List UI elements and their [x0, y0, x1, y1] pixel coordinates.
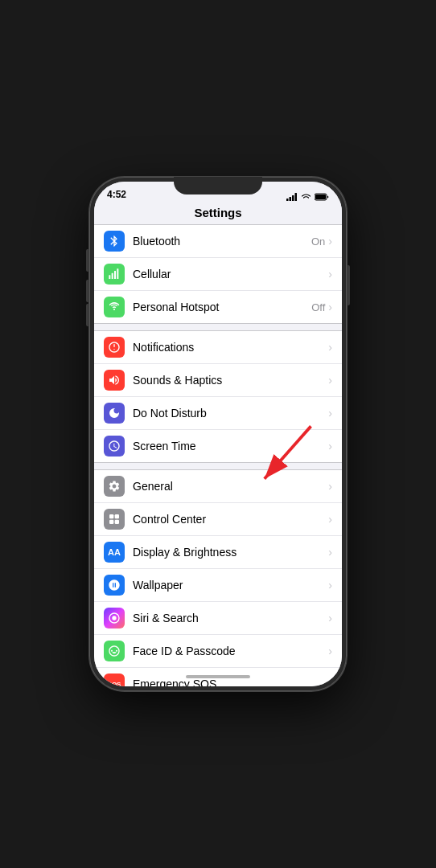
notifications-chevron: › [328, 341, 332, 354]
display-chevron: › [328, 546, 332, 559]
setting-row-screen-time[interactable]: Screen Time › [94, 430, 342, 462]
emergency-icon-wrap: SOS [104, 674, 125, 686]
svg-rect-1 [290, 197, 292, 201]
control-center-icon [108, 513, 121, 526]
section-connectivity: Bluetooth On › Cellular [94, 224, 342, 324]
display-label: Display & Brightness [133, 546, 328, 559]
setting-row-dnd[interactable]: Do Not Disturb › [94, 397, 342, 430]
sounds-label: Sounds & Haptics [133, 374, 328, 387]
sounds-chevron: › [328, 374, 332, 387]
wallpaper-label: Wallpaper [133, 579, 328, 592]
general-chevron: › [328, 480, 332, 493]
notifications-label: Notifications [133, 341, 328, 354]
svg-rect-9 [117, 268, 118, 279]
control-center-label: Control Center [133, 513, 328, 526]
screen-time-chevron: › [328, 440, 332, 452]
emergency-chevron: › [328, 678, 332, 686]
wallpaper-chevron: › [328, 579, 332, 592]
svg-rect-0 [286, 199, 289, 201]
svg-rect-15 [115, 520, 119, 524]
emergency-label: Emergency SOS [133, 678, 328, 686]
status-time: 4:52 [107, 189, 126, 201]
general-icon-wrap [104, 476, 125, 497]
phone-notch [174, 177, 262, 194]
wallpaper-icon [108, 579, 121, 592]
control-center-chevron: › [328, 513, 332, 526]
bluetooth-value: On [311, 235, 325, 248]
sos-icon: SOS [108, 681, 121, 687]
svg-rect-12 [109, 514, 113, 518]
siri-icon [108, 612, 121, 624]
display-icon-wrap: AA [104, 542, 125, 563]
svg-rect-2 [292, 195, 294, 201]
siri-icon-wrap [104, 608, 125, 628]
screen-time-icon [108, 440, 121, 452]
bluetooth-icon [108, 235, 121, 248]
setting-row-control-center[interactable]: Control Center › [94, 503, 342, 536]
hotspot-icon-wrap [104, 297, 125, 317]
setting-row-sounds[interactable]: Sounds & Haptics › [94, 364, 342, 397]
section-general: General › Control Center › [94, 469, 342, 686]
bluetooth-chevron: › [328, 235, 332, 248]
svg-rect-10 [113, 344, 114, 347]
wallpaper-icon-wrap [104, 575, 125, 596]
sounds-icon-wrap [104, 370, 125, 391]
bluetooth-icon-wrap [104, 231, 125, 252]
screen-time-label: Screen Time [133, 440, 328, 452]
cellular-label: Cellular [133, 268, 325, 280]
setting-row-notifications[interactable]: Notifications › [94, 331, 342, 364]
display-icon: AA [108, 547, 121, 557]
cellular-chevron: › [328, 268, 332, 280]
setting-row-display[interactable]: AA Display & Brightness › [94, 536, 342, 569]
signal-icon [286, 193, 298, 201]
setting-row-general[interactable]: General › [94, 470, 342, 503]
svg-rect-14 [109, 520, 113, 524]
hotspot-icon [108, 301, 121, 313]
status-icons [286, 193, 329, 201]
setting-row-cellular[interactable]: Cellular › [94, 258, 342, 291]
faceid-icon [108, 645, 121, 657]
wifi-icon [301, 193, 311, 201]
svg-rect-6 [109, 275, 110, 279]
notifications-icon [108, 341, 121, 354]
phone-frame: 4:52 [89, 177, 347, 691]
svg-rect-13 [115, 514, 119, 518]
faceid-label: Face ID & Passcode [133, 645, 328, 657]
setting-row-wallpaper[interactable]: Wallpaper › [94, 569, 342, 602]
hotspot-label: Personal Hotspot [133, 301, 311, 313]
settings-list[interactable]: Bluetooth On › Cellular [94, 224, 342, 686]
svg-rect-3 [295, 193, 298, 201]
faceid-icon-wrap [104, 641, 125, 661]
gear-icon [108, 480, 121, 493]
notifications-icon-wrap [104, 337, 125, 358]
nav-bar: Settings [94, 204, 342, 224]
faceid-chevron: › [328, 645, 332, 657]
sounds-icon [108, 374, 121, 387]
svg-rect-7 [112, 273, 113, 279]
moon-icon [108, 407, 121, 420]
page-title: Settings [94, 206, 342, 219]
hotspot-value: Off [311, 301, 325, 313]
setting-row-hotspot[interactable]: Personal Hotspot Off › [94, 291, 342, 323]
svg-point-11 [113, 349, 114, 350]
control-center-icon-wrap [104, 509, 125, 530]
svg-rect-5 [315, 194, 326, 199]
siri-label: Siri & Search [133, 612, 328, 624]
dnd-icon-wrap [104, 403, 125, 424]
dnd-label: Do Not Disturb [133, 407, 328, 420]
setting-row-bluetooth[interactable]: Bluetooth On › [94, 225, 342, 258]
screen-time-icon-wrap [104, 436, 125, 457]
hotspot-chevron: › [328, 301, 332, 313]
home-indicator [186, 675, 250, 678]
section-notifications: Notifications › Sounds & Haptics › [94, 330, 342, 463]
dnd-chevron: › [328, 407, 332, 420]
cellular-icon-wrap [104, 264, 125, 285]
siri-chevron: › [328, 612, 332, 624]
bluetooth-label: Bluetooth [133, 235, 311, 248]
battery-status-icon [315, 193, 329, 201]
phone-screen: 4:52 [94, 182, 342, 686]
setting-row-faceid[interactable]: Face ID & Passcode › [94, 635, 342, 668]
cellular-icon [108, 268, 121, 280]
setting-row-siri[interactable]: Siri & Search › [94, 602, 342, 635]
svg-point-16 [112, 616, 116, 620]
